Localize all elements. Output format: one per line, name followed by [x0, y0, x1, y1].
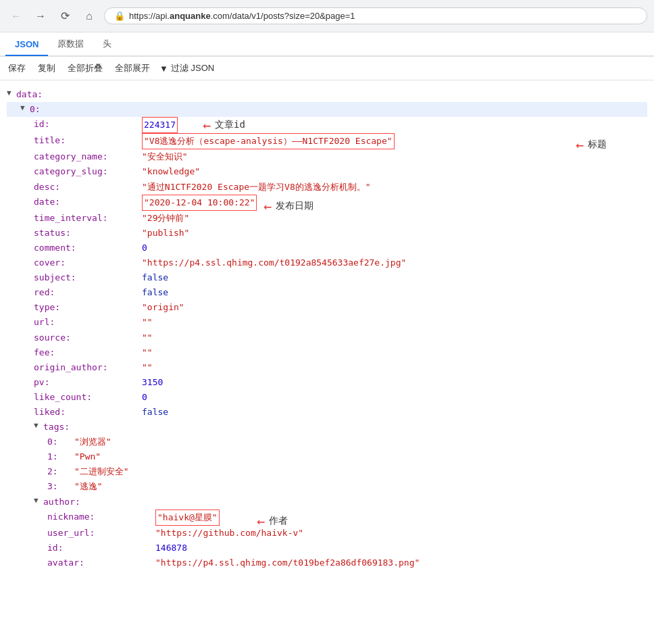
status-value: "publish" — [142, 226, 189, 241]
id-row: id: 224317 ← 文章id — [7, 117, 647, 133]
like-count-key: like_count: — [34, 390, 142, 405]
source-value: "" — [142, 330, 153, 345]
url-row: url: "" — [7, 315, 647, 330]
address-bar[interactable]: 🔒 https://api.anquanke.com/data/v1/posts… — [104, 7, 647, 24]
author-toggle[interactable]: ▼ — [34, 495, 42, 507]
cover-row: cover: "https://p4.ssl.qhimg.com/t0192a8… — [7, 255, 647, 270]
tag-1-key: 1: — [47, 449, 74, 464]
like-count-row: like_count: 0 — [7, 390, 647, 405]
save-button[interactable]: 保存 — [5, 61, 28, 76]
liked-row: liked: false — [7, 405, 647, 420]
author-id-row: id: 146878 — [7, 541, 647, 555]
tags-key: tags: — [43, 420, 70, 435]
json-content: ▼ data: ▼ 0: id: 224317 ← 文章id title: "V… — [0, 80, 654, 577]
tag-3-row: 3: "逃逸" — [7, 479, 647, 494]
subject-row: subject: false — [7, 270, 647, 285]
tab-json[interactable]: JSON — [5, 34, 48, 56]
nickname-row: nickname: "haivk@星膜" ← 作者 — [7, 510, 647, 526]
title-highlight: "V8逃逸分析（escape-analysis）——N1CTF2020 Esca… — [142, 133, 395, 149]
origin-author-row: origin_author: "" — [7, 360, 647, 375]
url-text: https://api.anquanke.com/data/v1/posts?s… — [129, 11, 637, 21]
item-0-key: 0: — [30, 102, 41, 117]
cover-value: "https://p4.ssl.qhimg.com/t0192a8545633a… — [142, 255, 406, 270]
like-count-value: 0 — [142, 390, 147, 405]
category-slug-key: category_slug: — [34, 164, 142, 179]
red-row: red: false — [7, 285, 647, 300]
cover-key: cover: — [34, 255, 142, 270]
subject-key: subject: — [34, 270, 142, 285]
desc-row: desc: "通过N1CTF2020 Escape一题学习V8的逃逸分析机制。" — [7, 180, 647, 195]
forward-button[interactable]: → — [31, 7, 50, 26]
user-url-key: user_url: — [47, 526, 155, 541]
author-id-key: id: — [47, 541, 155, 555]
red-value: false — [142, 285, 168, 300]
author-id-value: 146878 — [155, 541, 187, 555]
tag-2-value: "二进制安全" — [74, 464, 129, 479]
tab-headers[interactable]: 头 — [93, 32, 121, 57]
type-value: "origin" — [142, 300, 184, 315]
item-0-row: ▼ 0: — [7, 102, 647, 117]
tag-3-key: 3: — [47, 479, 74, 494]
tag-2-row: 2: "二进制安全" — [7, 464, 647, 479]
tags-toggle[interactable]: ▼ — [34, 420, 42, 432]
id-annotation-label: 文章id — [215, 117, 245, 133]
date-highlight: "2020-12-04 10:00:22" — [142, 195, 257, 211]
url-value: "" — [142, 315, 153, 330]
tag-1-row: 1: "Pwn" — [7, 449, 647, 464]
author-row: ▼ author: — [7, 495, 647, 510]
user-url-value: "https://github.com/haivk-v" — [155, 526, 303, 541]
pv-row: pv: 3150 — [7, 375, 647, 390]
nickname-key: nickname: — [47, 510, 155, 524]
fee-key: fee: — [34, 345, 142, 360]
liked-value: false — [142, 405, 168, 420]
data-key: data: — [16, 87, 43, 102]
pv-key: pv: — [34, 375, 142, 390]
nickname-value: "haivk@星膜" — [155, 510, 220, 526]
tag-0-value: "浏览器" — [74, 435, 111, 449]
comment-row: comment: 0 — [7, 241, 647, 255]
status-key: status: — [34, 226, 142, 241]
collapse-all-button[interactable]: 全部折叠 — [65, 61, 105, 76]
category-slug-value: "knowledge" — [142, 164, 200, 179]
url-key: url: — [34, 315, 142, 330]
status-row: status: "publish" — [7, 226, 647, 241]
nickname-highlight: "haivk@星膜" — [155, 510, 220, 526]
back-button[interactable]: ← — [7, 7, 26, 26]
date-key: date: — [34, 195, 142, 209]
tag-1-value: "Pwn" — [74, 449, 101, 464]
title-value: "V8逃逸分析（escape-analysis）——N1CTF2020 Esca… — [142, 133, 395, 149]
subject-value: false — [142, 270, 168, 285]
category-slug-row: category_slug: "knowledge" — [7, 164, 647, 179]
user-url-row: user_url: "https://github.com/haivk-v" — [7, 526, 647, 541]
type-key: type: — [34, 300, 142, 315]
red-key: red: — [34, 285, 142, 300]
tab-raw[interactable]: 原数据 — [48, 32, 93, 57]
avatar-row: avatar: "https://p4.ssl.qhimg.com/t019be… — [7, 555, 647, 570]
json-toolbar: 保存 复制 全部折叠 全部展开 ▼ 过滤 JSON — [0, 57, 654, 80]
item-0-toggle[interactable]: ▼ — [20, 102, 28, 115]
id-highlight: 224317 — [142, 117, 178, 133]
reload-button[interactable]: ⟳ — [55, 7, 74, 26]
category-name-key: category_name: — [34, 149, 142, 164]
tag-2-key: 2: — [47, 464, 74, 479]
desc-key: desc: — [34, 180, 142, 195]
lock-icon: 🔒 — [114, 11, 125, 21]
time-interval-key: time_interval: — [34, 211, 142, 226]
pv-value: 3150 — [142, 375, 163, 390]
expand-all-button[interactable]: 全部展开 — [112, 61, 153, 76]
tag-0-key: 0: — [47, 435, 74, 449]
source-key: source: — [34, 330, 142, 345]
data-row: ▼ data: — [7, 87, 647, 102]
source-row: source: "" — [7, 330, 647, 345]
home-button[interactable]: ⌂ — [80, 7, 99, 26]
comment-key: comment: — [34, 241, 142, 255]
fee-row: fee: "" — [7, 345, 647, 360]
title-key: title: — [34, 133, 142, 148]
filter-button[interactable]: ▼ 过滤 JSON — [159, 62, 214, 74]
data-toggle[interactable]: ▼ — [7, 87, 15, 100]
arrow-right-icon: ← — [203, 118, 211, 132]
copy-button[interactable]: 复制 — [35, 61, 58, 76]
tag-3-value: "逃逸" — [74, 479, 103, 494]
time-interval-value: "29分钟前" — [142, 211, 189, 226]
comment-value: 0 — [142, 241, 147, 255]
